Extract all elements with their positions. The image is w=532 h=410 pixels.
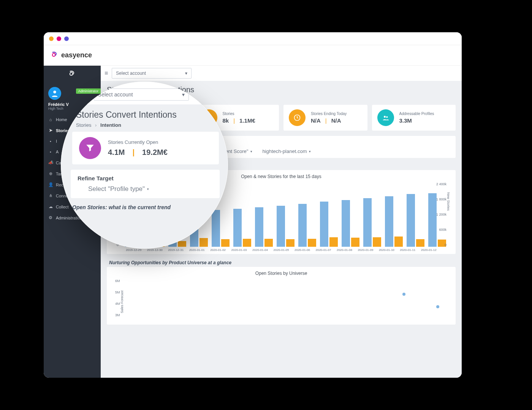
bar-new	[200, 238, 208, 247]
x-tick: 2020-01-12	[420, 248, 437, 252]
kpi-card: Stories Ending TodayN/A|N/A	[283, 105, 367, 131]
account-select-label: Select account	[98, 91, 133, 98]
bar-new	[243, 239, 251, 247]
x-tick: 2020-01-10	[378, 248, 395, 252]
kpi-value-2: 1.1M€	[239, 117, 255, 124]
crumb-stories[interactable]: Stories	[76, 122, 91, 128]
profile-type-select[interactable]: Select "Profile type" ▾	[88, 185, 213, 193]
x-tick: 2019-12-30	[146, 248, 163, 252]
target-icon: ⊕	[48, 171, 53, 176]
bar-group	[407, 194, 424, 247]
scatter-point	[436, 305, 439, 308]
brand-bar: easyence	[44, 45, 462, 66]
chart2-ylabel: Sales Forecast	[120, 290, 124, 313]
bullhorn-icon: 📣	[48, 160, 53, 165]
bar-new	[286, 239, 294, 247]
bar-group	[342, 200, 359, 247]
window-dot-1[interactable]	[49, 36, 54, 41]
account-select-label: Select account	[116, 71, 146, 76]
bar-open	[212, 210, 220, 247]
sidebar-logo-icon[interactable]	[44, 66, 101, 83]
bar-open	[277, 206, 285, 247]
bar-new	[394, 237, 403, 247]
x-tick: 2020-01-02	[209, 248, 226, 252]
sidebar-item-label: A	[56, 150, 59, 154]
refine-dropdown[interactable]: hightech-planet.com▾	[262, 148, 311, 154]
paper-plane-icon: ➤	[48, 128, 53, 133]
kpi-value-1: 4.1M	[108, 148, 125, 157]
refine-panel: Refine Target Select "Profile type" ▾	[71, 170, 220, 198]
bar-group	[363, 198, 381, 247]
x-tick: 2020-01-07	[315, 248, 332, 252]
kpi-divider: |	[132, 148, 135, 157]
kpi-label: Stories	[223, 112, 274, 116]
bar-open	[428, 193, 437, 247]
brand-logo[interactable]: easyence	[51, 51, 92, 60]
account-select[interactable]: Select account ▾	[94, 88, 189, 101]
window-dot-3[interactable]	[64, 36, 69, 41]
bar-group	[233, 209, 251, 247]
y-tick: 4M	[115, 302, 120, 306]
scatter-point	[402, 293, 405, 296]
y-tick-right: 2 400k	[436, 182, 446, 186]
bar-new	[221, 239, 230, 247]
y-tick-right: 0	[445, 243, 446, 247]
kpi-card-open-stories: Stories Currently Open 4.1M | 19.2M€	[72, 132, 219, 164]
chevron-down-icon: ▾	[309, 150, 311, 153]
sidebar-item-label: Collect	[56, 205, 69, 209]
trend-section-label: Open Stories: what is the current trend	[61, 203, 228, 212]
chevron-right-icon: ›	[95, 122, 97, 128]
chart-ylabel-right: New Stories	[446, 192, 450, 211]
refine-title: Refine Target	[78, 175, 213, 181]
hamburger-icon[interactable]: ≡	[104, 70, 108, 77]
x-tick: 2020-01-06	[294, 248, 311, 252]
nurturing-section-label: Nurturing Opportunities by Product Unive…	[101, 258, 462, 267]
x-tick: 2020-01-11	[399, 248, 416, 252]
chevron-down-icon: ▾	[185, 71, 187, 76]
x-tick: 2019-12-29	[125, 248, 142, 252]
kpi-divider: |	[325, 117, 327, 124]
magnifier-overlay: ≡ Select account ▾ Stories Convert Inten…	[61, 82, 228, 249]
x-tick: 2020-01-09	[357, 248, 374, 252]
dropdown-label: hightech-planet.com	[262, 148, 307, 154]
chart2-title: Open Stories by Universe	[113, 271, 450, 276]
funnel-icon	[79, 137, 101, 159]
account-select[interactable]: Select account ▾	[112, 68, 192, 79]
kpi-value-1: N/A	[311, 117, 321, 124]
clock-icon	[289, 109, 306, 126]
kpi-value-2: 19.2M€	[142, 148, 168, 157]
top-toolbar: ≡ Select account ▾	[101, 66, 462, 81]
x-tick: 2020-01-03	[230, 248, 247, 252]
x-tick: 2019-12-31	[167, 248, 184, 252]
x-tick: 2020-01-05	[272, 248, 290, 252]
y-tick-right: 600k	[439, 228, 446, 232]
y-tick: 5M	[115, 290, 120, 294]
y-tick-right: 1 800k	[436, 197, 446, 201]
y-tick-right: 1 200k	[436, 213, 446, 216]
bar-group	[255, 207, 273, 247]
gear-icon: ⚙	[48, 215, 53, 220]
window-dot-2[interactable]	[57, 36, 61, 41]
profile-type-label: Select "Profile type"	[88, 185, 145, 193]
breadcrumb[interactable]: Stories › Intention	[76, 122, 215, 128]
bar-open	[363, 198, 372, 247]
bar-open	[320, 202, 328, 247]
svg-point-0	[53, 91, 56, 93]
window-titlebar	[44, 32, 462, 45]
bar-new	[351, 238, 359, 247]
chevron-down-icon: ▾	[182, 91, 185, 98]
share-icon: ⋔	[48, 193, 53, 198]
kpi-label: Stories Ending Today	[311, 112, 362, 116]
svg-point-3	[384, 116, 386, 118]
brand-mark-icon	[51, 51, 59, 60]
bar-open	[233, 209, 242, 247]
bar-group	[277, 206, 294, 247]
sidebar-item-label: Home	[56, 117, 67, 122]
kpi-value-2: N/A	[331, 117, 341, 124]
bar-new	[308, 239, 316, 247]
y-tick: 6M	[115, 279, 120, 283]
bar-open	[407, 194, 415, 247]
bar-open	[385, 196, 393, 247]
kpi-label: Stories Currently Open	[108, 139, 168, 145]
cloud-icon: ☁	[48, 204, 53, 209]
